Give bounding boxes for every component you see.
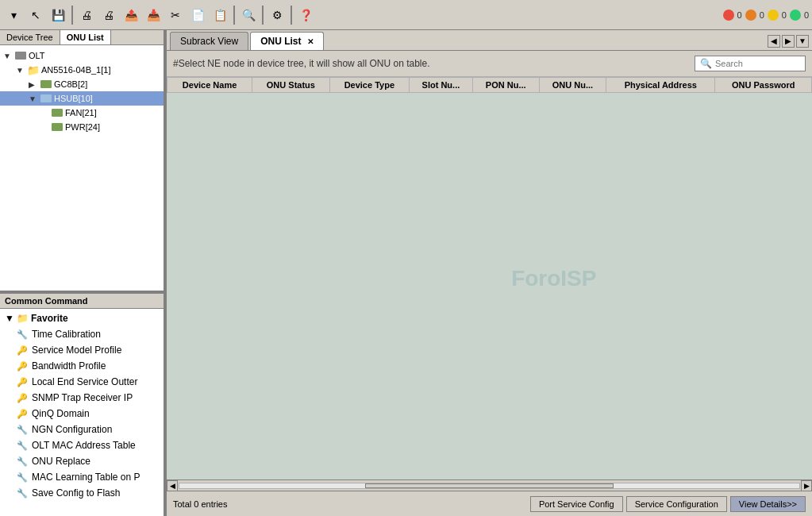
device-tree[interactable]: ▼ OLT ▼ 📁 AN5516-04B_1[1] ▶ GC8B[2] <box>0 45 164 291</box>
view-details-btn[interactable]: View Details>> <box>730 496 806 512</box>
key-icon-service: 🔑 <box>16 344 29 356</box>
tl-red-label: 0 <box>737 10 742 20</box>
tree-item-olt[interactable]: ▼ OLT <box>0 48 164 63</box>
copy-btn[interactable]: 📄 <box>187 5 208 25</box>
toggle-gc8b[interactable]: ▶ <box>29 80 40 89</box>
col-device-type[interactable]: Device Type <box>329 78 409 93</box>
cmd-bandwidth[interactable]: 🔑 Bandwidth Profile <box>3 358 160 374</box>
cmd-save-config[interactable]: 🔧 Save Config to Flash <box>3 485 160 501</box>
cmd-time-calibration[interactable]: 🔧 Time Calibration <box>3 326 160 342</box>
table-area[interactable]: Device Name ONU Status Device Type Slot … <box>167 77 812 479</box>
cmd-mac-learning[interactable]: 🔧 MAC Learning Table on P <box>3 469 160 485</box>
service-configuration-btn[interactable]: Service Configuration <box>626 496 727 512</box>
cmd-label-ngn: NGN Configuration <box>32 424 112 435</box>
find-btn[interactable]: 🔍 <box>238 5 259 25</box>
tab-onu-close[interactable]: ✕ <box>307 37 314 46</box>
svg-rect-0 <box>15 52 26 60</box>
import-btn[interactable]: 📥 <box>143 5 164 25</box>
tl-green <box>790 10 801 21</box>
tab-menu-btn[interactable]: ▼ <box>796 35 809 48</box>
key-icon-qinq: 🔑 <box>16 407 29 420</box>
col-onu-password[interactable]: ONU Password <box>715 78 812 93</box>
cmd-qinq[interactable]: 🔑 QinQ Domain <box>3 406 160 422</box>
toggle-an5516[interactable]: ▼ <box>16 66 27 75</box>
key-icon-snmp: 🔑 <box>16 391 29 404</box>
cmd-label-local: Local End Service Outter <box>32 376 137 387</box>
right-panel: Subrack View ONU List ✕ ◀ ▶ ▼ #Select NE… <box>167 30 812 516</box>
col-physical-address[interactable]: Physical Address <box>606 78 715 93</box>
search-input[interactable] <box>715 59 802 68</box>
cmd-snmp[interactable]: 🔑 SNMP Trap Receiver IP <box>3 390 160 406</box>
tab-device-tree[interactable]: Device Tree <box>0 30 60 44</box>
traffic-lights: 0 0 0 0 <box>723 10 810 21</box>
col-device-name[interactable]: Device Name <box>167 78 252 93</box>
an5516-icon: 📁 <box>27 64 40 76</box>
scroll-right-btn[interactable]: ▶ <box>801 480 812 491</box>
tab-subrack-label: Subrack View <box>180 36 238 47</box>
print2-btn[interactable]: 🖨 <box>98 5 119 25</box>
common-header: Common Command <box>0 294 164 309</box>
tab-nav-btns: ◀ ▶ ▼ <box>768 35 809 48</box>
tab-onu-label: ONU List <box>260 36 301 47</box>
cmd-label-onu-replace: ONU Replace <box>32 456 90 467</box>
toggle-hsub[interactable]: ▼ <box>29 94 40 103</box>
col-pon-nu[interactable]: PON Nu... <box>472 78 539 93</box>
cursor-btn[interactable]: ↖ <box>25 5 46 25</box>
right-tab-bar: Subrack View ONU List ✕ ◀ ▶ ▼ <box>167 30 812 51</box>
wrench-icon-save: 🔧 <box>16 487 29 499</box>
wrench-icon-time: 🔧 <box>16 328 29 341</box>
tree-item-an5516[interactable]: ▼ 📁 AN5516-04B_1[1] <box>0 63 164 77</box>
tl-green-label: 0 <box>804 10 809 20</box>
tab-onu-list[interactable]: ONU List ✕ <box>250 32 323 50</box>
common-panel: Common Command ▼ 📁 Favorite 🔧 Time Calib… <box>0 294 164 516</box>
scroll-thumb[interactable] <box>365 483 613 488</box>
wrench-icon-olt-mac: 🔧 <box>16 439 29 452</box>
cmd-olt-mac[interactable]: 🔧 OLT MAC Address Table <box>3 437 160 453</box>
tree-item-hsub[interactable]: ▼ HSUB[10] <box>0 91 164 106</box>
paste-btn[interactable]: 📋 <box>210 5 230 25</box>
tab-onu-list[interactable]: ONU List <box>60 30 111 44</box>
cmd-local-end[interactable]: 🔑 Local End Service Outter <box>3 374 160 390</box>
tree-item-gc8b[interactable]: ▶ GC8B[2] <box>0 77 164 91</box>
left-tab-bar: Device Tree ONU List <box>0 30 164 45</box>
status-bar: Total 0 entries Port Service Config Serv… <box>167 491 812 516</box>
tree-label-pwr: PWR[24] <box>65 122 100 132</box>
tree-item-fan[interactable]: ▶ FAN[21] <box>0 106 164 120</box>
onu-table: Device Name ONU Status Device Type Slot … <box>167 77 812 93</box>
scroll-track[interactable] <box>179 483 800 489</box>
col-slot-nu[interactable]: Slot Nu... <box>410 78 473 93</box>
section-label-favorite: Favorite <box>31 313 68 324</box>
col-onu-status[interactable]: ONU Status <box>252 78 329 93</box>
section-header-favorite[interactable]: ▼ 📁 Favorite <box>3 310 160 326</box>
key-icon-local: 🔑 <box>16 375 29 388</box>
search-box[interactable]: 🔍 <box>695 56 806 71</box>
sep4 <box>291 6 292 25</box>
tab-subrack-view[interactable]: Subrack View <box>170 32 248 50</box>
watermark: ForoISP <box>511 266 596 291</box>
tl-orange-label: 0 <box>760 10 764 20</box>
wrench-icon-mac: 🔧 <box>16 471 29 483</box>
dropdown-btn[interactable]: ▾ <box>3 5 24 25</box>
port-service-config-btn[interactable]: Port Service Config <box>530 496 623 512</box>
tree-item-pwr[interactable]: ▶ PWR[24] <box>0 120 164 134</box>
scroll-left-btn[interactable]: ◀ <box>167 480 178 491</box>
export-btn[interactable]: 📤 <box>121 5 141 25</box>
sep1 <box>71 6 73 25</box>
col-onu-nu[interactable]: ONU Nu... <box>539 78 606 93</box>
cmd-ngn[interactable]: 🔧 NGN Configuration <box>3 422 160 437</box>
help-btn[interactable]: ❓ <box>295 5 316 25</box>
cut-btn[interactable]: ✂ <box>165 5 186 25</box>
h-scrollbar[interactable]: ◀ ▶ <box>167 479 812 491</box>
cmd-section-favorite: ▼ 📁 Favorite 🔧 Time Calibration 🔑 Servic… <box>0 309 164 503</box>
tab-prev-btn[interactable]: ◀ <box>768 35 780 48</box>
cmd-label-bandwidth: Bandwidth Profile <box>32 360 106 372</box>
save-btn[interactable]: 💾 <box>48 5 68 25</box>
config-btn[interactable]: ⚙ <box>267 5 287 25</box>
print-btn[interactable]: 🖨 <box>76 5 97 25</box>
toggle-olt[interactable]: ▼ <box>3 52 14 60</box>
cmd-onu-replace[interactable]: 🔧 ONU Replace <box>3 453 160 469</box>
tab-next-btn[interactable]: ▶ <box>782 35 795 48</box>
cmd-service-model[interactable]: 🔑 Service Model Profile <box>3 342 160 358</box>
tl-red <box>723 10 734 21</box>
total-entries-label: Total 0 entries <box>173 499 530 509</box>
